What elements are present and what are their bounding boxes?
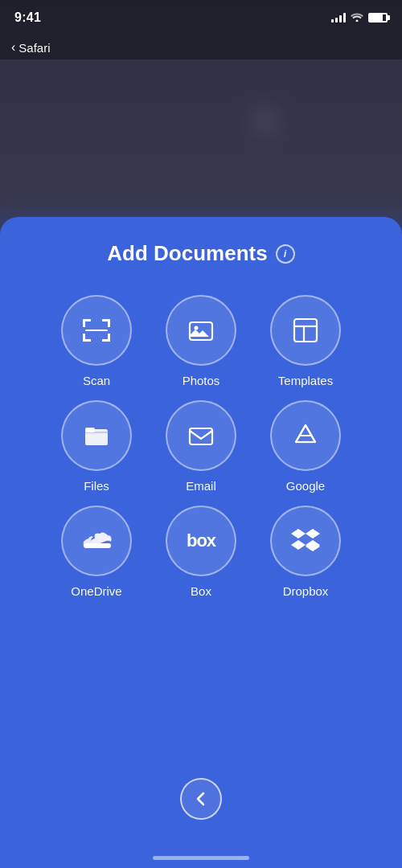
files-icon <box>82 421 111 450</box>
svg-rect-0 <box>190 322 212 340</box>
google-drive-icon <box>291 421 320 450</box>
photos-label: Photos <box>183 374 220 387</box>
close-button-row <box>180 778 222 820</box>
svg-marker-18 <box>306 542 320 551</box>
svg-marker-8 <box>296 425 315 442</box>
onedrive-item[interactable]: OneDrive <box>48 506 145 598</box>
onedrive-icon <box>80 529 113 553</box>
status-time: 9:41 <box>14 10 41 25</box>
svg-point-1 <box>195 326 199 330</box>
onedrive-button[interactable] <box>61 506 132 576</box>
templates-icon <box>291 316 320 345</box>
info-button[interactable]: i <box>276 244 295 264</box>
signal-icon <box>331 13 346 23</box>
status-icons <box>331 12 388 24</box>
panel-title: Add Documents <box>107 241 267 266</box>
email-item[interactable]: Email <box>153 400 249 493</box>
scan-item[interactable]: Scan <box>48 295 145 387</box>
onedrive-label: OneDrive <box>71 584 121 598</box>
svg-marker-15 <box>306 529 320 538</box>
svg-line-9 <box>296 425 306 442</box>
svg-marker-16 <box>291 540 306 550</box>
wifi-icon <box>351 12 363 24</box>
panel-title-row: Add Documents i <box>107 241 294 266</box>
email-button[interactable] <box>166 400 236 471</box>
photos-icon <box>187 316 215 345</box>
email-label: Email <box>186 479 216 493</box>
safari-back-label: Safari <box>18 41 50 55</box>
scan-label: Scan <box>83 374 110 387</box>
blur-overlay <box>0 59 402 233</box>
svg-rect-2 <box>294 319 317 342</box>
add-documents-panel: Add Documents i Sc <box>0 217 402 868</box>
svg-line-10 <box>306 425 315 442</box>
status-bar: 9:41 <box>0 0 402 35</box>
svg-rect-7 <box>190 428 212 444</box>
files-item[interactable]: Files <box>48 400 145 493</box>
files-label: Files <box>84 479 109 493</box>
close-arrow-icon <box>192 790 210 808</box>
close-button[interactable] <box>180 778 222 820</box>
files-button[interactable] <box>61 400 132 471</box>
google-item[interactable]: Google <box>257 400 354 493</box>
svg-rect-6 <box>85 428 95 432</box>
scan-button[interactable] <box>61 295 132 366</box>
info-icon: i <box>284 248 287 260</box>
safari-back-button[interactable]: ‹ Safari <box>11 40 51 55</box>
photos-item[interactable]: Photos <box>153 295 249 387</box>
chevron-left-icon: ‹ <box>11 40 15 55</box>
home-indicator <box>153 856 249 860</box>
dropbox-icon <box>290 527 321 555</box>
svg-rect-13 <box>84 543 111 548</box>
email-icon <box>187 421 215 450</box>
templates-label: Templates <box>278 374 333 387</box>
dropbox-item[interactable]: Dropbox <box>257 506 354 598</box>
google-label: Google <box>286 479 325 493</box>
box-wordmark: box <box>187 530 215 551</box>
box-button[interactable]: box <box>166 506 236 576</box>
google-button[interactable] <box>270 400 341 471</box>
battery-icon <box>368 13 388 23</box>
svg-marker-14 <box>291 529 306 538</box>
document-source-grid: Scan Photos Templates <box>48 295 354 598</box>
dropbox-label: Dropbox <box>283 584 329 598</box>
box-item[interactable]: box Box <box>153 506 249 598</box>
scan-icon <box>83 319 110 342</box>
templates-button[interactable] <box>270 295 341 366</box>
box-label: Box <box>191 584 211 598</box>
safari-nav-bar: ‹ Safari <box>0 35 402 59</box>
photos-button[interactable] <box>166 295 236 366</box>
templates-item[interactable]: Templates <box>257 295 354 387</box>
dropbox-button[interactable] <box>270 506 341 576</box>
